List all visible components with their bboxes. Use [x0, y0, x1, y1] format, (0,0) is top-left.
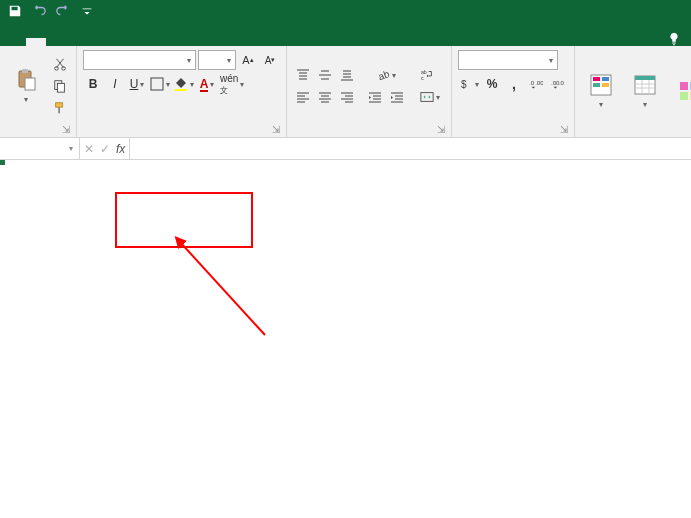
- tab-baidu[interactable]: [226, 38, 246, 46]
- redo-button[interactable]: [52, 2, 74, 20]
- align-left-button[interactable]: [293, 87, 313, 107]
- tell-me-search[interactable]: [667, 32, 691, 46]
- save-button[interactable]: [4, 2, 26, 20]
- decrease-font-button[interactable]: A▾: [260, 50, 280, 70]
- tab-file[interactable]: [6, 38, 26, 46]
- svg-rect-14: [421, 93, 433, 102]
- number-launcher[interactable]: ⇲: [560, 124, 568, 135]
- svg-rect-29: [680, 92, 688, 100]
- svg-text:ab: ab: [421, 69, 427, 75]
- align-launcher[interactable]: ⇲: [437, 124, 445, 135]
- wrap-text-button[interactable]: abc: [415, 65, 439, 85]
- tab-help[interactable]: [186, 38, 206, 46]
- svg-rect-7: [56, 103, 63, 107]
- border-button[interactable]: [149, 74, 171, 94]
- tab-formulas[interactable]: [86, 38, 106, 46]
- svg-rect-27: [680, 82, 688, 90]
- formula-input[interactable]: [130, 138, 691, 159]
- tab-developer[interactable]: [166, 38, 186, 46]
- enter-formula-button[interactable]: ✓: [100, 142, 110, 156]
- align-top-button[interactable]: [293, 65, 313, 85]
- number-format-combo[interactable]: ▾: [458, 50, 558, 70]
- cancel-formula-button[interactable]: ✕: [84, 142, 94, 156]
- tab-view[interactable]: [146, 38, 166, 46]
- clipboard-launcher[interactable]: ⇲: [62, 124, 70, 135]
- svg-text:$: $: [461, 79, 467, 90]
- font-color-button[interactable]: A: [197, 74, 217, 94]
- group-styles: ▾ ▾: [575, 46, 691, 137]
- format-as-table-button[interactable]: ▾: [625, 73, 665, 110]
- font-size-combo[interactable]: ▾: [198, 50, 236, 70]
- decrease-indent-button[interactable]: [365, 87, 385, 107]
- fill-color-button[interactable]: [173, 74, 195, 94]
- quick-access-toolbar: [4, 2, 98, 20]
- conditional-format-button[interactable]: ▾: [581, 73, 621, 110]
- underline-button[interactable]: U: [127, 74, 147, 94]
- insert-function-button[interactable]: fx: [116, 142, 125, 156]
- orientation-button[interactable]: ab: [365, 65, 407, 85]
- copy-button[interactable]: [50, 76, 70, 96]
- svg-rect-10: [175, 89, 187, 91]
- decrease-decimal-button[interactable]: .00.0: [548, 74, 568, 94]
- italic-button[interactable]: I: [105, 74, 125, 94]
- group-clipboard: ▾ ⇲: [0, 46, 77, 137]
- svg-line-31: [180, 242, 265, 335]
- svg-rect-9: [151, 78, 163, 90]
- svg-rect-21: [593, 77, 600, 81]
- paste-button[interactable]: ▾: [6, 68, 46, 105]
- selection-indicator: [0, 160, 4, 164]
- font-name-combo[interactable]: ▾: [83, 50, 196, 70]
- accounting-format-button[interactable]: $: [458, 74, 480, 94]
- merge-center-button[interactable]: [415, 87, 445, 107]
- group-font: ▾ ▾ A▴ A▾ B I U A wén文 ⇲: [77, 46, 287, 137]
- fill-handle[interactable]: [0, 160, 5, 165]
- tab-pdf-tools[interactable]: [206, 38, 226, 46]
- ribbon-tabs: [0, 22, 691, 46]
- tab-page-layout[interactable]: [66, 38, 86, 46]
- lightbulb-icon: [667, 32, 681, 46]
- title-bar: [0, 0, 691, 22]
- align-right-button[interactable]: [337, 87, 357, 107]
- group-alignment: ab abc ⇲: [287, 46, 452, 137]
- cut-button[interactable]: [50, 54, 70, 74]
- undo-button[interactable]: [28, 2, 50, 20]
- name-box[interactable]: ▾: [0, 138, 80, 159]
- spreadsheet-grid[interactable]: [0, 160, 691, 518]
- format-painter-button[interactable]: [50, 98, 70, 118]
- svg-rect-26: [635, 76, 655, 80]
- svg-rect-8: [58, 107, 60, 113]
- annotation-arrow: [0, 160, 400, 460]
- align-middle-button[interactable]: [315, 65, 335, 85]
- formula-bar: ▾ ✕ ✓ fx: [0, 138, 691, 160]
- align-bottom-button[interactable]: [337, 65, 357, 85]
- tab-home[interactable]: [26, 38, 46, 46]
- svg-text:.0: .0: [529, 79, 535, 86]
- increase-indent-button[interactable]: [387, 87, 407, 107]
- cell-styles-button[interactable]: [669, 79, 691, 105]
- svg-rect-1: [22, 69, 28, 73]
- svg-rect-23: [602, 77, 609, 81]
- ribbon: ▾ ⇲ ▾ ▾ A▴ A▾ B I U A: [0, 46, 691, 138]
- svg-text:.0: .0: [559, 79, 565, 86]
- group-number: ▾ $ % , .0.00 .00.0 ⇲: [452, 46, 575, 137]
- phonetic-button[interactable]: wén文: [219, 74, 245, 94]
- tab-insert[interactable]: [46, 38, 66, 46]
- increase-font-button[interactable]: A▴: [238, 50, 258, 70]
- align-center-button[interactable]: [315, 87, 335, 107]
- qat-customize-button[interactable]: [76, 2, 98, 20]
- bold-button[interactable]: B: [83, 74, 103, 94]
- svg-text:.00: .00: [535, 79, 543, 86]
- svg-rect-6: [57, 83, 64, 92]
- svg-text:ab: ab: [377, 68, 390, 82]
- comma-format-button[interactable]: ,: [504, 74, 524, 94]
- annotation-rectangle: [115, 192, 253, 248]
- tab-review[interactable]: [126, 38, 146, 46]
- svg-rect-2: [25, 78, 35, 90]
- svg-rect-24: [602, 83, 609, 87]
- percent-format-button[interactable]: %: [482, 74, 502, 94]
- svg-text:c: c: [421, 75, 424, 81]
- svg-rect-22: [593, 83, 600, 87]
- font-launcher[interactable]: ⇲: [272, 124, 280, 135]
- increase-decimal-button[interactable]: .0.00: [526, 74, 546, 94]
- tab-data[interactable]: [106, 38, 126, 46]
